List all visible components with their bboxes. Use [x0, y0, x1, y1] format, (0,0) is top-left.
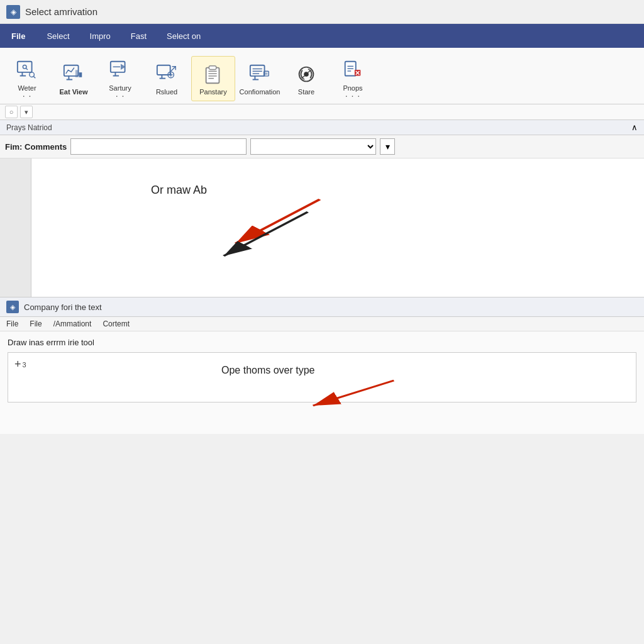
- ribbon-btn-sartury[interactable]: Sartury · ·: [98, 55, 142, 101]
- ribbon-dots-sartury: · ·: [116, 92, 125, 99]
- annotation-area: Or maw Ab: [38, 165, 638, 291]
- ribbon-btn-pnops[interactable]: Pnops · · ·: [331, 55, 375, 101]
- filter-select[interactable]: [250, 138, 376, 155]
- left-sidebar-strip: [0, 158, 31, 297]
- ribbon-btn-confiomation[interactable]: Confiomation: [238, 56, 282, 101]
- bottom-panel-title: Draw inas errrm irie tool: [8, 338, 636, 347]
- svg-line-6: [26, 68, 28, 69]
- svg-rect-23: [206, 67, 219, 83]
- ribbon-btn-rslued[interactable]: Rslued: [145, 56, 189, 101]
- monitor-search-icon: [15, 58, 39, 82]
- bottom-menu-file1[interactable]: File: [6, 319, 18, 328]
- ribbon-scroll-row: ○ ▾: [0, 104, 644, 120]
- filter-label: Fim: Comments: [5, 142, 67, 152]
- bottom-menu-cortemt[interactable]: Cortemt: [103, 319, 130, 328]
- bottom-annotation-text: Ope thoms over type: [221, 365, 315, 376]
- ribbon-label-eat-view: Eat View: [59, 88, 87, 96]
- content-box-plus-symbol: + 3: [14, 358, 630, 371]
- menu-item-file[interactable]: File: [0, 24, 36, 48]
- section-title: Company fori the text: [24, 303, 102, 312]
- menu-bar: File Select Impro Fast Select on: [0, 24, 644, 48]
- circle-arrows-icon: [294, 62, 318, 86]
- panel-title: Prays Natriod: [6, 123, 52, 132]
- bottom-menu: File File /Ammationt Cortemt: [0, 317, 644, 331]
- ribbon-btn-weter[interactable]: Weter · ·: [5, 55, 49, 101]
- svg-rect-24: [209, 66, 216, 70]
- svg-line-4: [33, 76, 35, 78]
- title-bar: ◈ Select amrivation: [0, 0, 644, 24]
- menu-item-select-on[interactable]: Select on: [157, 24, 211, 48]
- menu-item-fast[interactable]: Fast: [121, 24, 157, 48]
- filter-dropdown-btn[interactable]: ▾: [380, 138, 395, 155]
- section-header: ◈ Company fori the text: [0, 297, 644, 317]
- ribbon-btn-panstary[interactable]: Panstary: [191, 56, 235, 101]
- ribbon: Weter · · Eat View Sa: [0, 48, 644, 104]
- bottom-annotation-area: + 3 Ope thoms over type: [8, 352, 636, 428]
- svg-point-3: [30, 72, 35, 77]
- doc-x-icon: [341, 58, 365, 82]
- monitor-chart-icon: [62, 62, 86, 86]
- ribbon-label-confiomation: Confiomation: [240, 88, 280, 96]
- svg-point-39: [304, 72, 309, 77]
- menu-item-impro[interactable]: Impro: [80, 24, 121, 48]
- ribbon-dots-pnops: · · ·: [345, 92, 360, 99]
- monitor-export-icon: [155, 62, 179, 86]
- bottom-menu-ammationt[interactable]: /Ammationt: [53, 319, 92, 328]
- svg-rect-10: [79, 72, 82, 77]
- panel-header: Prays Natriod ∧: [0, 120, 644, 135]
- svg-line-49: [236, 199, 320, 243]
- scroll-circle-btn[interactable]: ○: [5, 106, 18, 118]
- ribbon-label-rslued: Rslued: [156, 88, 177, 96]
- svg-rect-29: [250, 65, 265, 76]
- window-title: Select amrivation: [25, 6, 97, 17]
- app-icon: ◈: [6, 5, 20, 19]
- scroll-down-btn[interactable]: ▾: [20, 106, 33, 118]
- ribbon-dots-weter: · ·: [23, 92, 32, 99]
- clipboard-icon: [201, 62, 225, 86]
- ribbon-label-panstary: Panstary: [199, 88, 226, 96]
- ribbon-label-stare: Stare: [298, 88, 314, 96]
- content-area: Or maw Ab: [31, 158, 644, 297]
- panel-collapse-btn[interactable]: ∧: [631, 123, 638, 132]
- monitor-list-icon: [248, 62, 272, 86]
- monitor-arrow-icon: [108, 58, 132, 82]
- section-icon: ◈: [6, 301, 19, 313]
- menu-item-select[interactable]: Select: [36, 24, 79, 48]
- svg-rect-0: [18, 61, 32, 72]
- svg-line-50: [224, 212, 308, 256]
- filter-input[interactable]: [70, 138, 247, 155]
- ribbon-btn-eat-view[interactable]: Eat View: [52, 56, 96, 101]
- filter-row: Fim: Comments ▾: [0, 135, 644, 158]
- bottom-menu-file2[interactable]: File: [30, 319, 42, 328]
- main-content: Or maw Ab: [0, 158, 644, 297]
- ribbon-btn-stare[interactable]: Stare: [284, 56, 328, 101]
- svg-rect-11: [75, 70, 79, 77]
- svg-point-5: [23, 65, 26, 69]
- annotation-arrows-svg: [38, 165, 638, 291]
- content-box: + 3: [8, 352, 636, 402]
- bottom-panel: Draw inas errrm irie tool + 3 Ope thoms …: [0, 331, 644, 434]
- annotation-text: Or maw Ab: [151, 184, 207, 197]
